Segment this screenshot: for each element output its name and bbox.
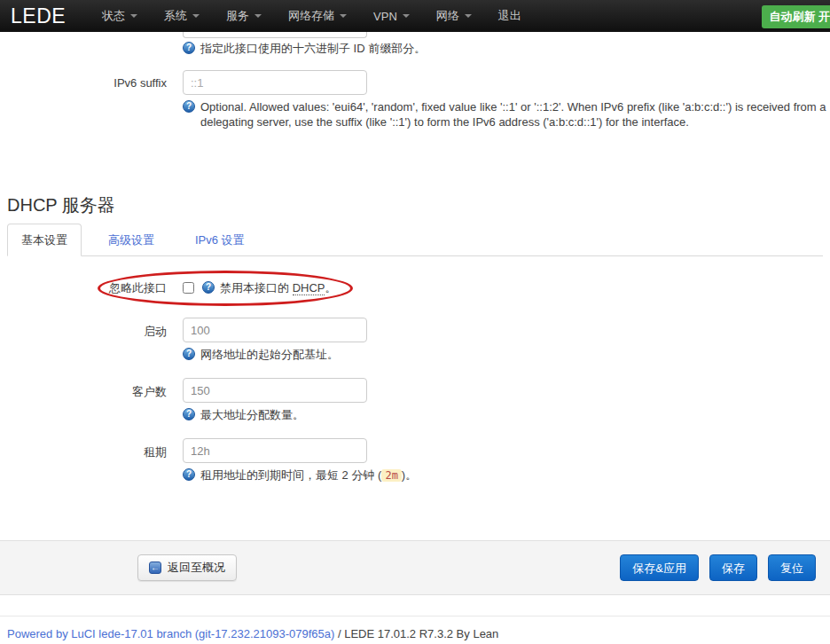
dhcp-limit-input[interactable] <box>183 378 367 403</box>
chevron-down-icon <box>465 14 472 18</box>
help-icon <box>183 348 195 360</box>
tab-basic-settings[interactable]: 基本设置 <box>7 224 82 256</box>
help-icon <box>202 281 215 294</box>
back-arrow-icon <box>149 562 161 574</box>
ipv6-suffix-input[interactable] <box>183 70 367 95</box>
reset-button[interactable]: 复位 <box>768 554 816 581</box>
dhcp-leasetime-row: 租期 租用地址的到期时间，最短 2 分钟 (2m)。 <box>0 438 830 483</box>
field-label: 客户数 <box>0 378 167 422</box>
hint-text: 租用地址的到期时间，最短 2 分钟 (2m)。 <box>200 467 417 483</box>
field-label: IPv6 suffix <box>0 70 167 130</box>
footer-version-text: / LEDE 17.01.2 R7.3.2 By Lean <box>334 627 498 640</box>
page-actions-bar: 返回至概况 保存&应用 保存 复位 <box>0 540 830 595</box>
hint-text: 网络地址的起始分配基址。 <box>200 347 339 362</box>
auto-refresh-toggle[interactable]: 自动刷新 开 <box>762 5 830 28</box>
hint-text: Optional. Allowed values: 'eui64', 'rand… <box>200 99 826 130</box>
hint-text: 禁用本接口的 <box>220 281 293 295</box>
nav-item-services[interactable]: 服务 <box>213 0 275 32</box>
chevron-down-icon <box>403 14 410 18</box>
hint-text: 禁用本接口的 DHCP。 <box>220 280 336 295</box>
help-icon <box>183 42 195 54</box>
field-label: 租期 <box>0 438 167 483</box>
nav-item-system[interactable]: 系统 <box>151 0 213 32</box>
nav-item-logout[interactable]: 退出 <box>485 0 535 32</box>
form-action-buttons: 保存&应用 保存 复位 <box>620 554 816 581</box>
nav-item-status[interactable]: 状态 <box>89 0 151 32</box>
button-label: 返回至概况 <box>168 560 225 576</box>
save-button[interactable]: 保存 <box>709 554 757 581</box>
dhcp-abbr: DHCP <box>293 281 325 295</box>
nav-item-label: 退出 <box>498 8 521 24</box>
code-chip: 2m <box>381 469 401 482</box>
ignore-interface-hint: 禁用本接口的 DHCP。 <box>202 280 336 295</box>
nav-item-nas[interactable]: 网络存储 <box>275 0 360 32</box>
content-area: 指定此接口使用的十六进制子 ID 前缀部分。 IPv6 suffix Optio… <box>0 32 830 640</box>
nav-item-label: 网络存储 <box>288 8 334 24</box>
hint-text: 指定此接口使用的十六进制子 ID 前缀部分。 <box>200 41 426 56</box>
save-apply-button[interactable]: 保存&应用 <box>620 554 699 581</box>
cropped-input-field[interactable] <box>183 32 367 38</box>
footer: Powered by LuCI lede-17.01 branch (git-1… <box>0 617 830 640</box>
help-icon <box>183 408 195 420</box>
dhcp-start-hint: 网络地址的起始分配基址。 <box>183 347 830 362</box>
nav-item-label: 服务 <box>226 8 249 24</box>
top-navbar: LEDE 状态 系统 服务 网络存储 VPN 网络 退出 自动刷新 开 <box>0 0 830 32</box>
dhcp-start-row: 启动 网络地址的起始分配基址。 <box>0 318 830 362</box>
help-icon <box>183 468 195 481</box>
dhcp-tabbar: 基本设置 高级设置 IPv6 设置 <box>7 224 823 256</box>
field-label: 启动 <box>0 318 167 362</box>
chevron-down-icon <box>340 14 347 18</box>
hint-text: 租用地址的到期时间，最短 2 分钟 ( <box>200 468 381 482</box>
tab-ipv6-settings[interactable]: IPv6 设置 <box>181 224 259 256</box>
lede-logo[interactable]: LEDE <box>11 4 66 28</box>
ipv6-suffix-row: IPv6 suffix Optional. Allowed values: 'e… <box>0 70 830 130</box>
back-to-overview-button[interactable]: 返回至概况 <box>137 554 237 581</box>
dhcp-section-title: DHCP 服务器 <box>7 194 830 216</box>
field-label: 忽略此接口 <box>0 279 167 296</box>
dhcp-start-input[interactable] <box>183 318 367 342</box>
dhcp-leasetime-hint: 租用地址的到期时间，最短 2 分钟 (2m)。 <box>183 467 830 483</box>
nav-item-label: 状态 <box>102 8 125 24</box>
hex-prefix-hint: 指定此接口使用的十六进制子 ID 前缀部分。 <box>183 41 830 56</box>
luci-branch-link[interactable]: Powered by LuCI lede-17.01 branch (git-1… <box>7 627 334 640</box>
dhcp-limit-row: 客户数 最大地址分配数量。 <box>0 378 830 422</box>
hint-text: )。 <box>402 468 417 482</box>
nav-item-vpn[interactable]: VPN <box>360 0 423 32</box>
hint-text: 。 <box>325 281 336 295</box>
ignore-interface-checkbox[interactable] <box>183 282 194 294</box>
hint-text: 最大地址分配数量。 <box>200 407 304 422</box>
help-icon <box>183 100 195 113</box>
nav-item-label: 系统 <box>164 8 187 24</box>
dhcp-limit-hint: 最大地址分配数量。 <box>183 407 830 422</box>
chevron-down-icon <box>254 14 262 18</box>
nav-item-label: VPN <box>373 10 397 23</box>
nav-item-network[interactable]: 网络 <box>423 0 485 32</box>
chevron-down-icon <box>192 14 200 18</box>
ipv6-suffix-hint: Optional. Allowed values: 'eui64', 'rand… <box>183 99 826 130</box>
nav-item-label: 网络 <box>436 8 459 24</box>
chevron-down-icon <box>130 14 137 18</box>
dhcp-leasetime-input[interactable] <box>183 438 367 463</box>
tab-advanced-settings[interactable]: 高级设置 <box>94 224 168 256</box>
ignore-interface-row: 忽略此接口 禁用本接口的 DHCP。 <box>0 279 830 296</box>
dhcp-basic-form: 忽略此接口 禁用本接口的 DHCP。 启动 网络地址的起始分配基址。 <box>0 279 830 483</box>
